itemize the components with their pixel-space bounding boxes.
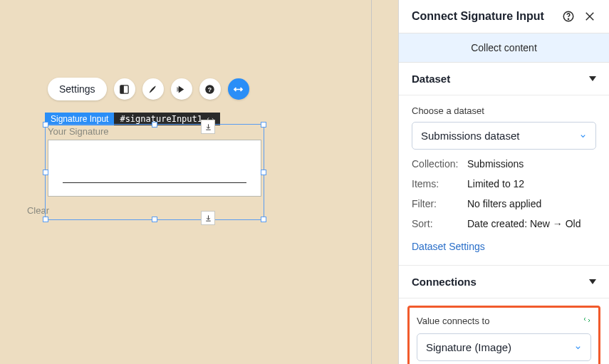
- resize-handle[interactable]: [261, 217, 266, 222]
- svg-rect-1: [120, 85, 124, 93]
- dataset-title: Dataset: [412, 73, 450, 85]
- sort-key: Sort:: [412, 218, 467, 229]
- value-field-select[interactable]: Signature (Image): [417, 333, 591, 361]
- chevron-down-icon: [589, 279, 596, 284]
- element-toolbar: Settings ?: [48, 78, 249, 100]
- connections-highlight: Value connects to Signature (Image): [407, 306, 600, 364]
- dataset-filter-row: Filter: No filters applied: [412, 198, 596, 209]
- dataset-collection-row: Collection: Submissions: [412, 158, 596, 170]
- canvas-edge-guide: [371, 0, 372, 364]
- animation-icon[interactable]: [171, 78, 192, 100]
- filter-value: No filters applied: [467, 198, 541, 209]
- chevron-down-icon: [579, 130, 587, 142]
- close-icon[interactable]: [583, 10, 596, 23]
- editor-canvas[interactable]: Settings ? Signature Input #signatureInp…: [0, 0, 399, 364]
- collection-value: Submissions: [467, 158, 524, 170]
- connect-panel: Connect Signature Input Collect content …: [399, 0, 609, 364]
- svg-point-8: [568, 19, 568, 19]
- selection-outline[interactable]: [45, 124, 264, 220]
- download-icon[interactable]: [201, 120, 215, 134]
- dataset-section-header[interactable]: Dataset: [399, 63, 609, 95]
- sort-value: Date created: New → Old: [467, 218, 581, 229]
- resize-handle[interactable]: [152, 122, 157, 128]
- value-field-selected: Signature (Image): [426, 341, 511, 353]
- chevron-down-icon: [574, 341, 582, 353]
- resize-handle[interactable]: [43, 217, 48, 222]
- dataset-section-body: Choose a dataset Submissions dataset Col…: [399, 95, 609, 266]
- resize-handle[interactable]: [261, 122, 266, 128]
- settings-button[interactable]: Settings: [48, 78, 107, 100]
- resize-handle[interactable]: [43, 170, 48, 175]
- connections-title: Connections: [412, 276, 477, 288]
- resize-handle[interactable]: [261, 170, 266, 175]
- dataset-settings-link[interactable]: Dataset Settings: [412, 241, 485, 252]
- resize-handle[interactable]: [43, 122, 48, 128]
- help-icon[interactable]: [562, 10, 575, 23]
- value-connects-label: Value connects to: [417, 316, 489, 326]
- connections-section-header[interactable]: Connections: [399, 266, 609, 298]
- panel-title: Connect Signature Input: [412, 10, 553, 23]
- chevron-down-icon: [589, 76, 596, 81]
- download-icon[interactable]: [201, 211, 215, 225]
- two-way-icon: [583, 315, 591, 326]
- design-icon[interactable]: [142, 78, 164, 100]
- filter-key: Filter:: [412, 198, 467, 209]
- help-icon[interactable]: ?: [199, 78, 221, 100]
- resize-handle[interactable]: [152, 217, 157, 222]
- collection-key: Collection:: [412, 158, 467, 170]
- items-key: Items:: [412, 178, 467, 189]
- layout-icon[interactable]: [114, 78, 135, 100]
- choose-dataset-label: Choose a dataset: [412, 105, 596, 116]
- svg-text:?: ?: [208, 85, 212, 93]
- element-id-text: #signatureInput1: [120, 114, 202, 124]
- dataset-items-row: Items: Limited to 12: [412, 178, 596, 189]
- collect-content-banner[interactable]: Collect content: [399, 33, 609, 63]
- connect-data-icon[interactable]: [228, 78, 249, 100]
- dataset-select[interactable]: Submissions dataset: [412, 122, 596, 150]
- items-value: Limited to 12: [467, 178, 524, 189]
- dataset-selected-value: Submissions dataset: [421, 130, 519, 142]
- dataset-sort-row: Sort: Date created: New → Old: [412, 218, 596, 229]
- panel-header: Connect Signature Input: [399, 0, 609, 33]
